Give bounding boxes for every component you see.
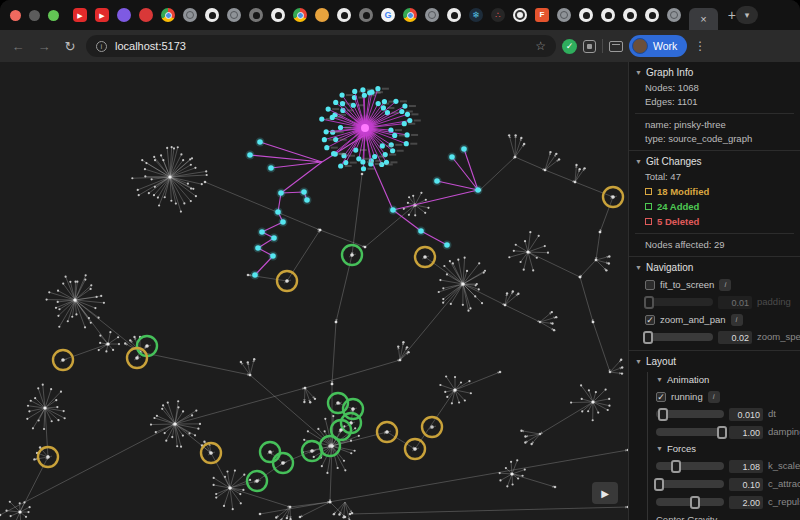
dot-tab-icon[interactable] (117, 8, 131, 22)
github-tab-icon[interactable] (645, 8, 659, 22)
dt-slider[interactable] (656, 410, 724, 418)
chrome-tab-icon[interactable] (161, 8, 175, 22)
subsection-forces[interactable]: ▼ Forces (656, 441, 794, 457)
slider-handle[interactable] (690, 496, 700, 509)
section-navigation[interactable]: ▼ Navigation (629, 260, 800, 276)
github-tab-icon[interactable] (205, 8, 219, 22)
close-window-button[interactable] (10, 10, 21, 21)
globe-tab-icon[interactable] (183, 8, 197, 22)
target-tab-icon[interactable] (513, 8, 527, 22)
extension-icon-green[interactable]: ✓ (562, 39, 577, 54)
github-tab-icon[interactable] (249, 8, 263, 22)
reload-icon[interactable]: ↻ (60, 39, 80, 54)
graph-node (204, 181, 207, 184)
slider-handle[interactable] (671, 460, 681, 473)
github-tab-icon[interactable] (271, 8, 285, 22)
graph-node (338, 513, 340, 515)
cluster-node (117, 336, 119, 338)
slider-handle[interactable] (654, 478, 664, 491)
minimize-window-button[interactable] (29, 10, 40, 21)
github-tab-icon[interactable] (359, 8, 373, 22)
profile-chip[interactable]: Work (629, 35, 687, 57)
cluster-edge (156, 424, 175, 432)
github-tab-icon[interactable] (447, 8, 461, 22)
firework-node (324, 145, 329, 150)
cluster-hub (43, 406, 46, 409)
graph-edge (250, 375, 332, 446)
url-text[interactable]: localhost:5173 (115, 40, 186, 52)
youtube-tab-icon[interactable]: ▶ (95, 8, 109, 22)
cluster-node (180, 153, 182, 155)
slider-handle[interactable] (644, 296, 654, 309)
tab-groups-icon[interactable] (609, 41, 623, 52)
google-tab-icon[interactable]: G (381, 8, 395, 22)
dot-tab-icon[interactable] (315, 8, 329, 22)
subsection-animation[interactable]: ▼ Animation (656, 372, 794, 388)
snow-tab-icon[interactable]: ❄ (469, 8, 483, 22)
graph-canvas[interactable]: ▶ (0, 62, 628, 520)
bookmark-star-icon[interactable]: ☆ (535, 39, 546, 53)
github-tab-icon[interactable] (579, 8, 593, 22)
menu-kebab-icon[interactable]: ⋮ (693, 39, 707, 53)
fit-to-screen-checkbox[interactable] (645, 280, 655, 290)
github-tab-icon[interactable] (623, 8, 637, 22)
forward-icon[interactable]: → (34, 39, 54, 54)
cluster-edge (582, 402, 593, 411)
info-icon[interactable]: i (708, 391, 720, 403)
cluster-node (608, 398, 610, 400)
cluster-node (446, 396, 448, 398)
damping-slider[interactable] (656, 428, 724, 436)
dt-value[interactable]: 0.010 (729, 408, 763, 421)
github-tab-icon[interactable] (601, 8, 615, 22)
k-scale-value[interactable]: 1.08 (729, 460, 763, 473)
cluster-node (524, 240, 526, 242)
active-tab[interactable]: × (689, 8, 718, 30)
c-repulse-slider[interactable] (656, 498, 724, 506)
running-checkbox[interactable] (656, 392, 666, 402)
damping-value[interactable]: 1.00 (729, 426, 763, 439)
tab-search-button[interactable]: ▾ (736, 6, 758, 24)
chrome-tab-icon[interactable] (403, 8, 417, 22)
slider-handle[interactable] (717, 426, 727, 439)
padding-slider[interactable] (645, 298, 713, 306)
youtube-tab-icon[interactable]: ▶ (73, 8, 87, 22)
back-icon[interactable]: ← (8, 39, 28, 54)
dot-tab-icon[interactable] (139, 8, 153, 22)
section-git-changes[interactable]: ▼ Git Changes (629, 154, 800, 170)
new-tab-button[interactable]: + (728, 7, 736, 23)
globe-tab-icon[interactable] (557, 8, 571, 22)
globe-tab-icon[interactable] (425, 8, 439, 22)
mol-tab-icon[interactable]: ∴ (491, 8, 505, 22)
site-info-icon[interactable]: i (96, 41, 107, 52)
zoom-and-pan-checkbox[interactable] (645, 315, 655, 325)
address-bar[interactable]: i localhost:5173 ☆ (86, 35, 556, 57)
cluster-node (27, 405, 29, 407)
extension-icon-panel[interactable] (583, 40, 596, 53)
cluster-node (442, 298, 444, 300)
zoom-speed-slider[interactable] (645, 333, 713, 341)
close-tab-icon[interactable]: × (700, 13, 706, 25)
k-scale-slider[interactable] (656, 462, 724, 470)
info-icon[interactable]: i (731, 314, 743, 326)
slider-handle[interactable] (643, 331, 653, 344)
globe-tab-icon[interactable] (667, 8, 681, 22)
c-repulse-value[interactable]: 2.00 (729, 496, 763, 509)
github-tab-icon[interactable] (337, 8, 351, 22)
c-attract-value[interactable]: 0.10 (729, 478, 763, 491)
c-attract-slider[interactable] (656, 480, 724, 488)
figma-tab-icon[interactable]: F (535, 8, 549, 22)
globe-tab-icon[interactable] (227, 8, 241, 22)
cyan-node (259, 229, 265, 235)
section-layout[interactable]: ▼ Layout (629, 354, 800, 370)
padding-value[interactable]: 0.01 (718, 296, 752, 309)
graph-svg[interactable] (0, 62, 628, 520)
section-graph-info[interactable]: ▼ Graph Info (629, 65, 800, 81)
slider-handle[interactable] (658, 408, 668, 421)
cluster-node (109, 331, 111, 333)
graph-node (608, 262, 610, 264)
chrome-tab-icon[interactable] (293, 8, 307, 22)
info-icon[interactable]: i (719, 279, 731, 291)
play-button[interactable]: ▶ (592, 482, 618, 504)
zoom-window-button[interactable] (48, 10, 59, 21)
zoom-speed-value[interactable]: 0.02 (718, 331, 752, 344)
